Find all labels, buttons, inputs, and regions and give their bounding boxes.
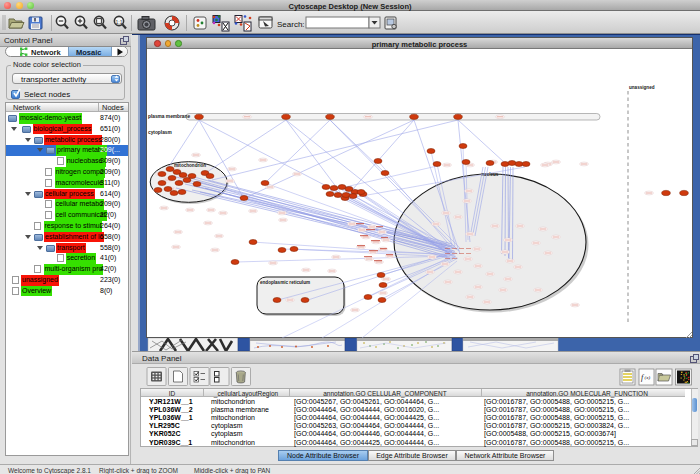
svg-text:1:1: 1:1 (116, 19, 123, 25)
svg-text:endoplasmic reticulum: endoplasmic reticulum (260, 280, 310, 285)
svg-text:plasma membrane: plasma membrane (148, 114, 190, 119)
svg-text:mitochondrion: mitochondrion (174, 163, 206, 168)
svg-text:cytoplasm: cytoplasm (148, 130, 172, 135)
svg-text:(x): (x) (645, 375, 651, 380)
svg-text:Search:: Search: (277, 20, 305, 29)
svg-text:unassigned: unassigned (629, 85, 655, 90)
